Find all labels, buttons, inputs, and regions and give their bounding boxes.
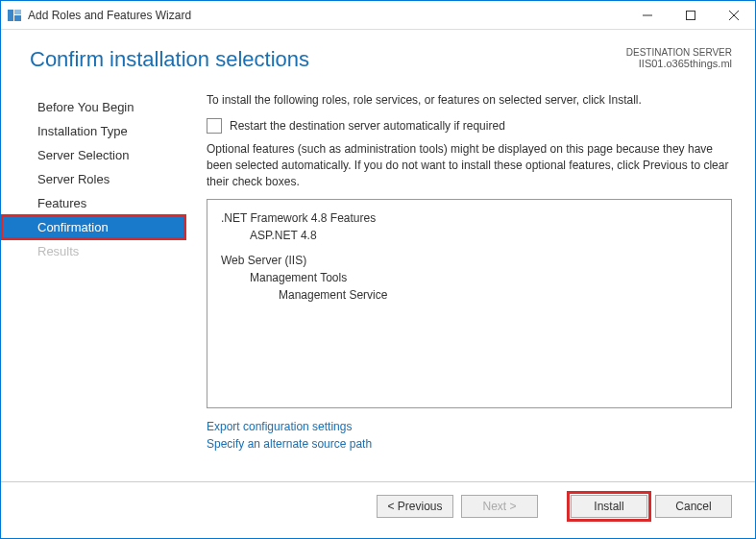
features-list[interactable]: .NET Framework 4.8 Features ASP.NET 4.8 …	[207, 199, 732, 408]
destination-info: DESTINATION SERVER IIS01.o365things.ml	[626, 47, 732, 72]
step-before-you-begin[interactable]: Before You Begin	[1, 95, 185, 119]
window-title: Add Roles and Features Wizard	[28, 9, 625, 22]
sidebar: Before You Begin Installation Type Serve…	[1, 89, 185, 481]
step-features[interactable]: Features	[1, 191, 185, 215]
instruction-text: To install the following roles, role ser…	[207, 93, 732, 107]
footer: < Previous Next > Install Cancel	[1, 481, 755, 529]
svg-rect-1	[14, 10, 21, 14]
titlebar-controls	[625, 1, 755, 29]
svg-rect-4	[686, 11, 695, 19]
step-server-roles[interactable]: Server Roles	[1, 167, 185, 191]
content: Before You Begin Installation Type Serve…	[1, 80, 755, 481]
cancel-button[interactable]: Cancel	[655, 495, 732, 518]
step-installation-type[interactable]: Installation Type	[1, 119, 185, 143]
export-config-link[interactable]: Export configuration settings	[207, 418, 732, 435]
feature-item: ASP.NET 4.8	[221, 227, 718, 244]
optional-features-note: Optional features (such as administratio…	[207, 141, 732, 189]
destination-label: DESTINATION SERVER	[626, 47, 732, 58]
feature-item: .NET Framework 4.8 Features	[221, 209, 718, 227]
titlebar: Add Roles and Features Wizard	[1, 1, 755, 30]
feature-item: Management Service	[221, 286, 718, 304]
feature-item: Web Server (IIS)	[221, 252, 718, 269]
feature-item: Management Tools	[221, 269, 718, 286]
step-confirmation[interactable]: Confirmation	[1, 215, 185, 239]
restart-checkbox-row: Restart the destination server automatic…	[207, 118, 732, 134]
destination-server: IIS01.o365things.ml	[626, 58, 732, 69]
previous-button[interactable]: < Previous	[377, 495, 453, 518]
header: Confirm installation selections DESTINAT…	[1, 30, 755, 80]
next-button: Next >	[461, 495, 538, 518]
step-server-selection[interactable]: Server Selection	[1, 143, 185, 167]
close-button[interactable]	[712, 1, 755, 29]
step-results: Results	[1, 239, 185, 263]
svg-rect-2	[14, 15, 21, 21]
links: Export configuration settings Specify an…	[207, 418, 732, 453]
minimize-button[interactable]	[625, 1, 669, 29]
app-icon	[7, 8, 22, 23]
restart-checkbox-label: Restart the destination server automatic…	[230, 119, 505, 133]
install-button[interactable]: Install	[571, 495, 647, 518]
maximize-button[interactable]	[669, 1, 712, 29]
svg-rect-0	[8, 10, 13, 21]
page-title: Confirm installation selections	[30, 47, 309, 72]
alternate-source-link[interactable]: Specify an alternate source path	[207, 435, 732, 453]
main-panel: To install the following roles, role ser…	[185, 89, 755, 481]
restart-checkbox[interactable]	[207, 118, 222, 134]
feature-spacer	[221, 244, 718, 252]
